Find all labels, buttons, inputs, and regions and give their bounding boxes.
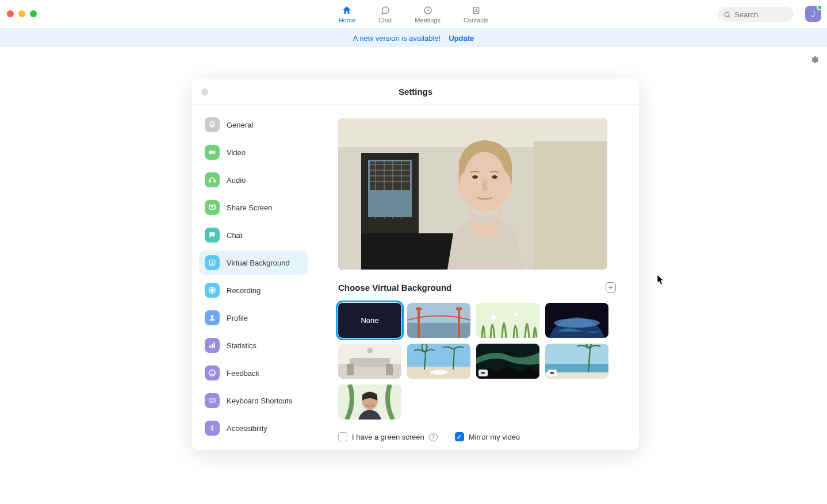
svg-rect-40 <box>416 307 422 310</box>
sidebar-item-recording[interactable]: Recording <box>199 278 308 302</box>
virtual-background-icon <box>205 255 220 270</box>
svg-point-47 <box>554 318 600 328</box>
svg-point-4 <box>211 124 213 126</box>
help-icon[interactable]: ? <box>429 433 438 441</box>
nav-label: Home <box>339 17 355 24</box>
nav-label: Contacts <box>464 17 488 24</box>
svg-rect-52 <box>386 364 393 375</box>
sidebar-item-accessibility[interactable]: Accessibility <box>199 416 308 440</box>
sidebar-item-video[interactable]: Video <box>199 140 308 164</box>
settings-main: Choose Virtual Background + None <box>315 105 639 450</box>
video-icon <box>205 145 220 160</box>
chat-icon <box>205 228 220 243</box>
sidebar-label: Audio <box>227 176 246 184</box>
options-row: I have a green screen ? Mirror my video <box>338 432 616 441</box>
bg-tile-palm-beach-2[interactable] <box>545 344 608 379</box>
settings-header: Settings <box>192 79 639 105</box>
sidebar-label: Keyboard Shortcuts <box>227 397 292 405</box>
sidebar-item-chat[interactable]: Chat <box>199 223 308 247</box>
svg-rect-51 <box>347 364 354 375</box>
svg-rect-59 <box>545 344 608 364</box>
nav-contacts[interactable]: Contacts <box>464 5 488 24</box>
svg-point-19 <box>212 425 213 426</box>
feedback-icon <box>205 366 220 380</box>
bg-none-label: None <box>361 316 378 325</box>
mirror-checkbox-wrap[interactable]: Mirror my video <box>455 432 520 441</box>
sidebar-label: Accessibility <box>227 424 267 433</box>
svg-point-44 <box>515 313 518 316</box>
svg-point-53 <box>367 348 373 353</box>
svg-rect-39 <box>407 323 470 338</box>
update-banner: A new version is available! Update <box>0 29 827 47</box>
sidebar-label: Video <box>227 148 246 157</box>
settings-close-button[interactable] <box>201 89 208 95</box>
bg-tile-person[interactable] <box>338 384 401 420</box>
svg-point-43 <box>491 315 496 320</box>
svg-point-10 <box>212 261 213 263</box>
sidebar-item-general[interactable]: General <box>199 113 308 137</box>
sidebar-item-statistics[interactable]: Statistics <box>199 333 308 357</box>
video-indicator-icon <box>478 370 488 376</box>
bg-tile-grass[interactable] <box>476 303 539 338</box>
svg-rect-34 <box>534 141 607 270</box>
contacts-icon <box>471 5 481 16</box>
bg-tile-meeting-room[interactable] <box>338 344 401 379</box>
bg-tile-aurora[interactable] <box>476 344 539 379</box>
settings-gear-icon[interactable] <box>810 55 819 64</box>
update-link[interactable]: Update <box>449 34 474 43</box>
sidebar-item-feedback[interactable]: Feedback <box>199 361 308 385</box>
share-icon <box>205 200 220 215</box>
bg-tile-earth[interactable] <box>545 303 608 338</box>
nav-meetings[interactable]: Meetings <box>415 5 441 24</box>
nav-label: Meetings <box>415 17 441 24</box>
add-background-button[interactable]: + <box>606 282 616 293</box>
sidebar-label: Feedback <box>227 369 259 378</box>
sidebar-item-share-screen[interactable]: Share Screen <box>199 195 308 220</box>
sidebar-label: Chat <box>227 231 242 240</box>
search-icon <box>723 11 731 18</box>
svg-point-13 <box>211 315 214 318</box>
svg-point-12 <box>211 289 214 292</box>
svg-rect-58 <box>481 372 484 374</box>
avatar[interactable]: J <box>805 6 821 22</box>
keyboard-icon <box>205 393 220 408</box>
nav-chat[interactable]: Chat <box>378 5 392 24</box>
svg-point-17 <box>209 370 216 376</box>
avatar-initial: J <box>811 10 815 18</box>
green-screen-label: I have a green screen <box>352 433 424 441</box>
search-input[interactable] <box>734 10 788 19</box>
sidebar-label: Profile <box>227 314 248 322</box>
bg-tile-none[interactable]: None <box>338 303 401 338</box>
settings-window: Settings General Video Audio Share Scree… <box>192 79 639 450</box>
sidebar-item-keyboard-shortcuts[interactable]: Keyboard Shortcuts <box>199 388 308 413</box>
sidebar-label: Virtual Background <box>227 259 290 267</box>
svg-rect-50 <box>350 358 390 367</box>
home-icon <box>342 5 352 16</box>
mirror-checkbox[interactable] <box>455 432 464 441</box>
sidebar-item-profile[interactable]: Profile <box>199 306 308 330</box>
green-screen-checkbox-wrap[interactable]: I have a green screen ? <box>338 432 438 441</box>
sidebar-item-audio[interactable]: Audio <box>199 168 308 192</box>
sidebar-label: Share Screen <box>227 203 273 212</box>
svg-point-37 <box>492 175 497 179</box>
background-grid: None <box>338 303 616 420</box>
search-box[interactable] <box>718 7 794 22</box>
record-icon <box>205 283 220 298</box>
settings-sidebar: General Video Audio Share Screen Chat Vi… <box>192 105 315 450</box>
green-screen-checkbox[interactable] <box>338 432 347 441</box>
svg-rect-7 <box>214 180 215 183</box>
video-preview <box>338 118 607 270</box>
gear-icon <box>205 117 220 132</box>
nav-home[interactable]: Home <box>339 5 355 24</box>
settings-title: Settings <box>399 87 432 97</box>
accessibility-icon <box>205 421 220 436</box>
svg-rect-41 <box>456 307 462 310</box>
nav-label: Chat <box>378 17 392 24</box>
bg-tile-golden-gate[interactable] <box>407 303 470 338</box>
svg-rect-33 <box>361 233 453 270</box>
clock-icon <box>423 5 433 16</box>
chat-icon <box>380 5 390 16</box>
presence-indicator <box>817 5 822 10</box>
bg-tile-palm-beach-1[interactable] <box>407 344 470 379</box>
sidebar-item-virtual-background[interactable]: Virtual Background <box>199 251 308 275</box>
